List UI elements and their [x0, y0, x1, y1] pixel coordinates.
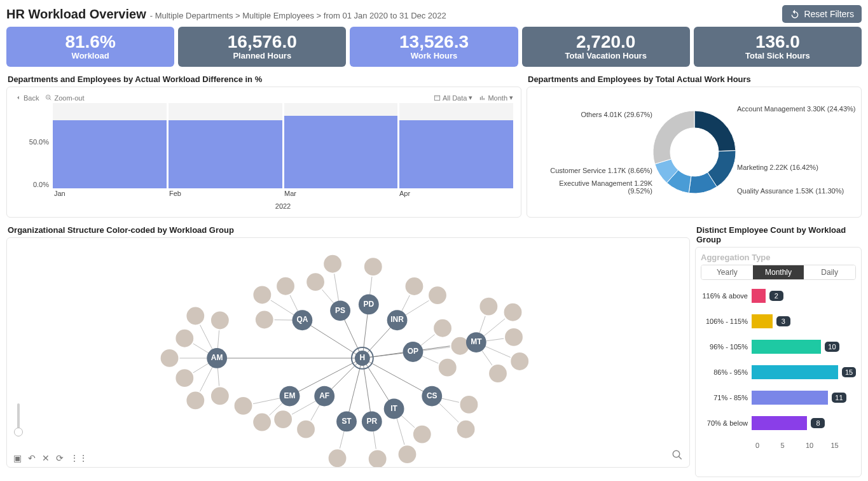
employee-node[interactable] [186, 307, 205, 326]
workload-group-chart[interactable]: Aggregation Type YearlyMonthlyDaily 116%… [695, 247, 862, 477]
employee-node[interactable] [273, 410, 293, 429]
bar-chart-area[interactable]: 0.0%50.0% JanFebMarApr 2022 [53, 103, 513, 202]
hbar-row[interactable]: 70% & below 8 [701, 416, 856, 430]
hbar-row[interactable]: 116% & above 2 [701, 289, 856, 303]
hbar-value-badge: 11 [832, 393, 846, 403]
fit-icon[interactable]: ▣ [13, 453, 22, 463]
kpi-tile[interactable]: 16,576.0 Planned Hours [178, 27, 346, 67]
panel-title: Distinct Employee Count by Workload Grou… [696, 225, 862, 244]
org-structure-panel: Organizational Structure Color-coded by … [6, 223, 690, 477]
hbar-row[interactable]: 96% - 105% 10 [701, 340, 856, 354]
header: HR Workload Overview - Multiple Departme… [6, 5, 862, 23]
employee-node[interactable] [296, 420, 315, 439]
hbar-row[interactable]: 71% - 85% 11 [701, 391, 856, 405]
kpi-value: 16,576.0 [178, 32, 346, 52]
aggregation-dropdown[interactable]: Month ▾ [479, 94, 513, 102]
x-axis-year: 2022 [275, 202, 291, 210]
employee-node[interactable] [252, 413, 272, 432]
employee-node[interactable] [364, 257, 383, 276]
department-label: PS [335, 306, 345, 315]
kpi-tile[interactable]: 136.0 Total Sick Hours [694, 27, 862, 67]
y-axis: 0.0%50.0% [20, 103, 52, 188]
calendar-icon [434, 94, 441, 101]
employee-node[interactable] [488, 364, 507, 383]
employee-node[interactable] [323, 254, 342, 274]
hbar-row[interactable]: 106% - 115% 3 [701, 314, 856, 328]
employee-node[interactable] [460, 395, 479, 414]
bar-icon [479, 94, 486, 101]
employee-node[interactable] [160, 349, 179, 368]
kpi-tile[interactable]: 2,720.0 Total Vacation Hours [522, 27, 690, 67]
employee-node[interactable] [252, 286, 272, 305]
donut-label: Account Management 3.30K (24.43%) [737, 105, 856, 113]
x-tick: Jan [53, 190, 168, 201]
org-structure-chart[interactable]: AMQAPSPDINROPMTCSITPRSTAFEMH ▣ ↶ ✕ ⟳ ⋮⋮ [6, 237, 690, 468]
employee-node[interactable] [457, 420, 476, 439]
hbar-row[interactable]: 86% - 95% 15 [701, 365, 856, 379]
employee-node[interactable] [479, 297, 498, 316]
title-wrap: HR Workload Overview - Multiple Departme… [6, 7, 446, 22]
org-toolbar: ▣ ↶ ✕ ⟳ ⋮⋮ [13, 453, 88, 463]
department-label: INR [390, 315, 404, 324]
work-hours-donut-chart[interactable]: Account Management 3.30K (24.43%)Marketi… [527, 87, 862, 218]
employee-node[interactable] [368, 449, 387, 467]
refresh-icon[interactable]: ⟳ [56, 453, 64, 463]
aggregation-toggle[interactable]: YearlyMonthlyDaily [701, 265, 856, 280]
x-tick: Mar [283, 190, 398, 201]
kpi-row: 81.6% Workload16,576.0 Planned Hours13,5… [6, 27, 862, 67]
employee-node[interactable] [405, 277, 424, 296]
kpi-tile[interactable]: 13,526.3 Work Hours [350, 27, 518, 67]
breadcrumb[interactable]: - Multiple Departments > Multiple Employ… [150, 11, 446, 20]
hbar-label: 71% - 85% [701, 394, 752, 401]
zoom-slider[interactable] [17, 403, 20, 429]
employee-node[interactable] [433, 319, 452, 338]
svg-point-56 [673, 450, 680, 457]
x-tick: Feb [168, 190, 283, 201]
employee-node[interactable] [210, 311, 230, 330]
kpi-value: 13,526.3 [350, 32, 518, 52]
aggregation-option[interactable]: Monthly [753, 265, 804, 279]
employee-node[interactable] [398, 445, 417, 464]
bar-column[interactable] [169, 103, 284, 188]
employee-node[interactable] [276, 277, 295, 296]
shuffle-icon[interactable]: ✕ [42, 453, 50, 463]
workload-diff-chart[interactable]: Back Zoom-out All Data ▾ Mont [6, 87, 521, 218]
aggregation-option[interactable]: Yearly [701, 265, 753, 279]
employee-node[interactable] [175, 368, 194, 387]
hbar-label: 70% & below [701, 419, 752, 427]
bar-column[interactable] [53, 103, 169, 188]
aggregation-option[interactable]: Daily [804, 265, 855, 279]
back-button[interactable]: Back [15, 94, 39, 102]
settings-icon[interactable]: ⋮⋮ [70, 453, 88, 463]
employee-node[interactable] [306, 272, 325, 291]
undo-icon[interactable]: ↶ [28, 453, 36, 463]
employee-node[interactable] [210, 387, 230, 406]
zoom-out-button[interactable]: Zoom-out [45, 94, 84, 102]
employee-node[interactable] [186, 391, 205, 410]
employee-node[interactable] [255, 310, 274, 330]
kpi-tile[interactable]: 81.6% Workload [6, 27, 174, 67]
employee-node[interactable] [234, 396, 253, 415]
employee-node[interactable] [328, 449, 347, 467]
employee-node[interactable] [175, 329, 194, 348]
donut-label: Marketing 2.22K (16.42%) [737, 164, 818, 171]
hbar-label: 106% - 115% [701, 317, 752, 325]
employee-node[interactable] [438, 358, 457, 377]
search-icon[interactable] [672, 449, 683, 463]
all-data-dropdown[interactable]: All Data ▾ [434, 94, 473, 102]
donut-slice[interactable] [694, 111, 736, 151]
employee-node[interactable] [504, 303, 523, 322]
employee-node[interactable] [413, 425, 432, 444]
kpi-value: 2,720.0 [522, 32, 690, 52]
hbar-label: 116% & above [701, 292, 752, 300]
bar-column[interactable] [399, 103, 513, 188]
hbar-x-axis: 051015 [755, 442, 856, 449]
donut-slice[interactable] [653, 111, 694, 164]
bar-column[interactable] [284, 103, 400, 188]
employee-node[interactable] [428, 286, 447, 305]
employee-node[interactable] [510, 352, 529, 371]
x-axis: JanFebMarApr [53, 190, 513, 201]
reset-filters-button[interactable]: Reset Filters [782, 5, 862, 23]
zoom-thumb[interactable] [14, 428, 23, 436]
employee-node[interactable] [504, 328, 523, 347]
